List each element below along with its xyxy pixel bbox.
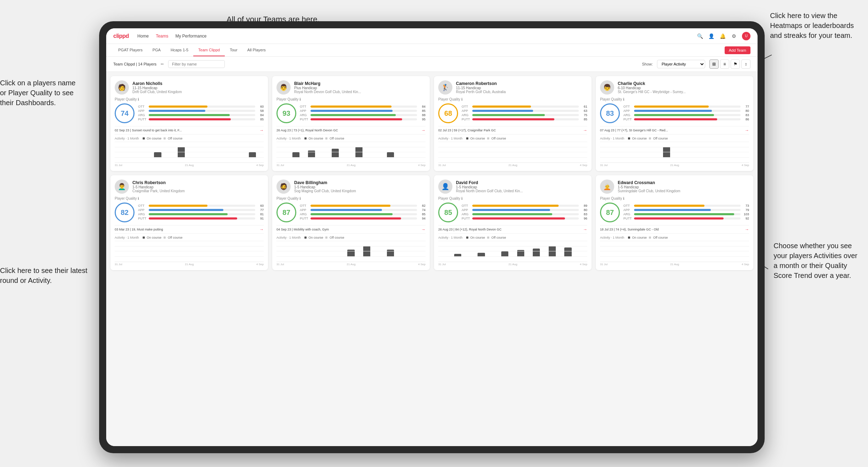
stat-bar-container bbox=[634, 205, 741, 207]
player-info: Chris Robertson 1-5 Handicap Craigmillar… bbox=[132, 180, 264, 193]
stat-row: OTT 84 bbox=[300, 105, 426, 108]
activity-legend: On course Off course bbox=[304, 236, 344, 239]
player-name[interactable]: Aaron Nicholls bbox=[132, 81, 264, 86]
bell-icon[interactable]: 🔔 bbox=[719, 33, 726, 39]
y-line bbox=[600, 246, 749, 246]
stat-value: 96 bbox=[580, 217, 587, 220]
round-arrow[interactable]: → bbox=[421, 128, 426, 133]
player-header: 🧔 Dave Billingham 1-5 Handicap Sog Magin… bbox=[276, 180, 426, 194]
stat-bar bbox=[634, 106, 709, 108]
stat-value: 85 bbox=[418, 212, 426, 216]
y-line bbox=[438, 241, 587, 241]
stat-bar bbox=[149, 217, 237, 220]
round-arrow[interactable]: → bbox=[745, 227, 749, 232]
player-name[interactable]: Charlie Quick bbox=[618, 81, 749, 86]
player-name[interactable]: David Ford bbox=[456, 180, 587, 185]
stat-label: ARG bbox=[623, 212, 633, 216]
edit-icon[interactable]: ✏ bbox=[161, 62, 164, 67]
round-arrow[interactable]: → bbox=[259, 227, 264, 232]
round-arrow[interactable]: → bbox=[583, 128, 587, 133]
add-team-button[interactable]: Add Team bbox=[725, 46, 750, 54]
on-course-dot bbox=[304, 137, 307, 139]
player-club: Sunningdale Golf Club, United Kingdom bbox=[618, 189, 749, 193]
nav-icons: 🔍 👤 🔔 ⚙ U bbox=[697, 32, 750, 40]
x-label-start: 31 Jul bbox=[115, 263, 122, 266]
subnav-all-players[interactable]: All Players bbox=[242, 44, 271, 56]
stat-row: PUTT 85 bbox=[462, 118, 587, 121]
quality-section: 68 OTT 61 APP 63 ARG 75 bbox=[438, 103, 587, 123]
player-name[interactable]: Edward Crossman bbox=[618, 180, 749, 185]
subnav-pgat[interactable]: PGAT Players bbox=[113, 44, 148, 56]
round-text: 02 Jul 23 | 59 (+17), Craigmillar Park G… bbox=[438, 129, 583, 132]
stat-bar bbox=[310, 217, 401, 220]
quality-circle[interactable]: 85 bbox=[438, 203, 458, 222]
x-label-mid: 21 Aug bbox=[185, 164, 194, 167]
player-name[interactable]: Blair McHarg bbox=[294, 81, 426, 86]
stat-row: PUTT 85 bbox=[138, 118, 264, 121]
player-name[interactable]: Cameron Robertson bbox=[456, 81, 587, 86]
player-club: Royal North Devon Golf Club, United Kin.… bbox=[456, 189, 587, 193]
stat-bar-container bbox=[149, 213, 255, 215]
sort-button[interactable]: ↕ bbox=[741, 59, 750, 69]
stat-value: 84 bbox=[257, 113, 264, 117]
profile-icon[interactable]: 👤 bbox=[708, 33, 714, 39]
settings-icon[interactable]: ⚙ bbox=[731, 33, 737, 39]
subnav-hcaps[interactable]: Hcaps 1-5 bbox=[166, 44, 193, 56]
player-name[interactable]: Dave Billingham bbox=[294, 180, 426, 185]
activity-header: Activity · 1 Month On course Off course bbox=[115, 137, 264, 140]
stat-bar-container bbox=[149, 209, 255, 211]
stat-bar-container bbox=[149, 205, 255, 207]
stats-grid: OTT 82 APP 74 ARG 85 PU bbox=[300, 204, 426, 221]
quality-label: Player Quality ℹ bbox=[276, 197, 426, 200]
stat-value: 86 bbox=[742, 118, 749, 121]
annotation-activity: Choose whether you seeyour players Activ… bbox=[773, 241, 857, 280]
activity-period: Activity · 1 Month bbox=[276, 236, 301, 239]
stat-value: 89 bbox=[580, 204, 587, 207]
stat-label: ARG bbox=[300, 113, 309, 117]
y-line bbox=[438, 246, 587, 246]
nav-teams[interactable]: Teams bbox=[156, 34, 168, 39]
stat-bar-container bbox=[310, 110, 417, 112]
stat-bar-container bbox=[634, 110, 741, 112]
player-card: 👨‍🦱 Chris Robertson 1-5 Handicap Craigmi… bbox=[110, 175, 268, 270]
stat-value: 94 bbox=[418, 217, 426, 220]
grid-view-button[interactable]: ⊞ bbox=[709, 59, 719, 69]
y-line bbox=[115, 152, 264, 152]
player-club: Drift Golf Club, United Kingdom bbox=[132, 90, 264, 94]
subnav-tour[interactable]: Tour bbox=[225, 44, 242, 56]
annotation-activity-text: Choose whether you seeyour players Activ… bbox=[773, 242, 857, 279]
nav-home[interactable]: Home bbox=[137, 34, 149, 39]
stat-row: APP 85 bbox=[300, 109, 426, 113]
quality-circle[interactable]: 74 bbox=[115, 103, 135, 123]
show-dropdown[interactable]: Player Activity Quality Score Trend bbox=[657, 60, 705, 68]
latest-round: 02 Sep 23 | Sunset round to get back int… bbox=[115, 126, 264, 135]
search-icon[interactable]: 🔍 bbox=[697, 33, 703, 39]
stat-bar bbox=[634, 114, 714, 116]
quality-circle[interactable]: 87 bbox=[276, 203, 296, 222]
quality-circle[interactable]: 87 bbox=[600, 203, 620, 222]
list-view-button[interactable]: ≡ bbox=[720, 59, 729, 69]
user-avatar[interactable]: U bbox=[742, 32, 750, 40]
stat-row: OTT 89 bbox=[462, 204, 587, 207]
round-arrow[interactable]: → bbox=[421, 227, 426, 232]
search-input[interactable] bbox=[168, 60, 225, 68]
nav-my-performance[interactable]: My Performance bbox=[175, 34, 206, 39]
subnav-pga[interactable]: PGA bbox=[148, 44, 166, 56]
round-arrow[interactable]: → bbox=[583, 227, 587, 232]
annotation-player-name-text: Click on a players nameor Player Quality… bbox=[0, 79, 75, 107]
round-arrow[interactable]: → bbox=[259, 128, 264, 133]
stat-label: OTT bbox=[462, 105, 471, 108]
subnav-team-clippd[interactable]: Team Clippd bbox=[193, 44, 225, 56]
quality-circle[interactable]: 82 bbox=[115, 203, 135, 222]
quality-circle[interactable]: 83 bbox=[600, 103, 620, 123]
players-grid: 🧑 Aaron Nicholls 11-15 Handicap Drift Go… bbox=[110, 76, 753, 270]
round-arrow[interactable]: → bbox=[745, 128, 749, 133]
stat-label: PUTT bbox=[623, 217, 633, 220]
filter-button[interactable]: ⚑ bbox=[731, 59, 740, 69]
quality-circle[interactable]: 68 bbox=[438, 103, 458, 123]
stat-value: 84 bbox=[418, 105, 426, 108]
stat-bar-container bbox=[310, 209, 417, 211]
stat-value: 85 bbox=[257, 118, 264, 121]
quality-circle[interactable]: 93 bbox=[276, 103, 296, 123]
player-name[interactable]: Chris Robertson bbox=[132, 180, 264, 185]
